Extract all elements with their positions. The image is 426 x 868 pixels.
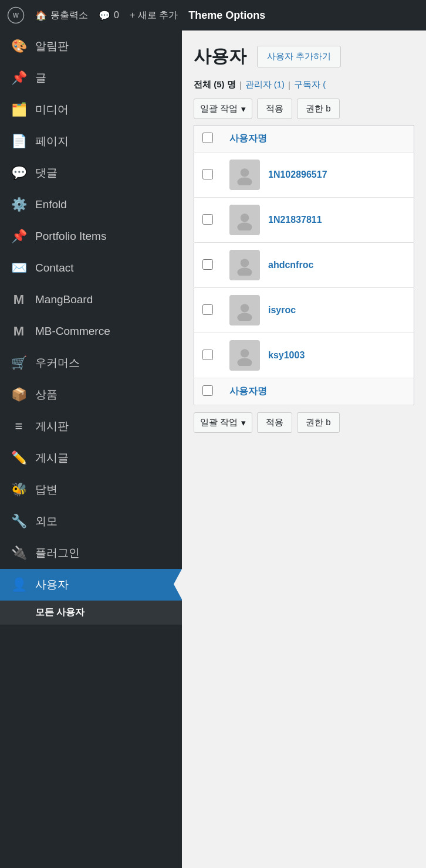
sidebar-item-appearance[interactable]: 🔧 외모 — [0, 506, 182, 537]
table-row: 1N21837811 — [194, 198, 414, 243]
select-all-footer-checkbox[interactable] — [202, 385, 213, 396]
add-user-button[interactable]: 사용자 추가하기 — [257, 46, 341, 67]
username-footer-link[interactable]: 사용자명 — [229, 386, 267, 396]
svg-point-10 — [241, 349, 249, 357]
home-icon: 🏠 — [35, 10, 47, 21]
bottom-bulk-action-select[interactable]: 일괄 작업 ▾ — [194, 412, 252, 433]
table-footer-row: 사용자명 — [194, 378, 414, 405]
role-button[interactable]: 권한 b — [297, 99, 340, 119]
enfold-icon: ⚙️ — [11, 197, 27, 212]
main-layout: 🎨 알림판 📌 글 🗂️ 미디어 📄 페이지 💬 댓글 ⚙️ Enfold 📌 … — [0, 30, 426, 868]
bottom-toolbar: 일괄 작업 ▾ 적용 권한 b — [194, 412, 414, 433]
username-link[interactable]: 1N21837811 — [268, 215, 322, 225]
sidebar-item-mangboard[interactable]: M MangBoard — [0, 284, 182, 316]
sidebar-item-label: 사용자 — [35, 577, 69, 592]
select-all-checkbox[interactable] — [202, 133, 213, 143]
comment-icon: 💬 — [99, 10, 110, 21]
sidebar-item-comments[interactable]: 💬 댓글 — [0, 157, 182, 189]
sidebar-item-label: 외모 — [35, 514, 58, 529]
filter-subscriber[interactable]: 구독자 ( — [294, 79, 326, 90]
user-checkbox[interactable] — [202, 169, 213, 179]
table-row: isyroc — [194, 288, 414, 333]
add-new-item[interactable]: + 새로 추가 — [130, 9, 178, 22]
portfolio-icon: 📌 — [11, 229, 27, 244]
sidebar-item-mbcommerce[interactable]: M MB-Commerce — [0, 316, 182, 347]
filter-admin[interactable]: 관리자 (1) — [245, 79, 285, 90]
sidebar-item-woocommerce[interactable]: 🛒 우커머스 — [0, 347, 182, 379]
sidebar-item-pages[interactable]: 📄 페이지 — [0, 126, 182, 157]
plugins-icon: 🔌 — [11, 545, 27, 561]
dashboard-icon: 🎨 — [11, 39, 27, 54]
bulk-action-select[interactable]: 일괄 작업 ▾ — [194, 99, 252, 119]
sidebar-item-media[interactable]: 🗂️ 미디어 — [0, 94, 182, 126]
username-link[interactable]: isyroc — [268, 305, 296, 316]
users-icon: 👤 — [11, 577, 27, 592]
avatar — [229, 295, 260, 326]
sidebar-item-label: 답변 — [35, 482, 58, 497]
user-checkbox[interactable] — [202, 304, 213, 315]
posts-icon: 📌 — [11, 70, 27, 86]
sidebar-item-label: 미디어 — [35, 102, 69, 117]
apply-button[interactable]: 적용 — [257, 99, 292, 119]
sidebar-item-label: 플러그인 — [35, 545, 80, 561]
sidebar-submenu-users: 모든 사용자 — [0, 601, 182, 625]
chevron-down-icon: ▾ — [241, 418, 246, 428]
username-link[interactable]: 1N102896517 — [268, 169, 327, 180]
bottom-role-button[interactable]: 권한 b — [297, 412, 340, 433]
table-header-row: 사용자명 — [194, 126, 414, 152]
sidebar-item-label: 상품 — [35, 387, 58, 402]
svg-point-5 — [237, 223, 252, 231]
appearance-icon: 🔧 — [11, 514, 27, 529]
avatar — [229, 160, 260, 190]
footer-username: 사용자명 — [221, 378, 414, 405]
user-cell: 1N21837811 — [221, 198, 414, 243]
products-icon: 📦 — [11, 387, 27, 402]
svg-point-8 — [241, 304, 249, 312]
comments-item[interactable]: 💬 0 — [99, 10, 119, 21]
sidebar-item-products[interactable]: 📦 상품 — [0, 379, 182, 411]
user-cell: 1N102896517 — [221, 152, 414, 198]
boardposts-icon: ✏️ — [11, 450, 27, 466]
row-checkbox-col — [194, 243, 222, 288]
user-checkbox[interactable] — [202, 350, 213, 360]
username-link[interactable]: ksy1003 — [268, 350, 305, 361]
sidebar-item-label: MangBoard — [35, 293, 93, 306]
site-name-item[interactable]: 🏠 몽출력소 — [35, 9, 88, 22]
sidebar-item-plugins[interactable]: 🔌 플러그인 — [0, 537, 182, 569]
sidebar-item-users[interactable]: 👤 사용자 — [0, 569, 182, 601]
add-new-label: + 새로 추가 — [130, 9, 178, 22]
bottom-apply-button[interactable]: 적용 — [257, 412, 292, 433]
user-checkbox[interactable] — [202, 259, 213, 270]
sidebar-item-label: 게시글 — [35, 450, 69, 466]
sidebar-item-dashboard[interactable]: 🎨 알림판 — [0, 30, 182, 62]
username-link[interactable]: ahdcnfroc — [268, 260, 313, 270]
theme-options-item[interactable]: Theme Options — [188, 9, 265, 22]
footer-checkbox-col — [194, 378, 222, 405]
sidebar-item-portfolio[interactable]: 📌 Portfolio Items — [0, 221, 182, 252]
row-checkbox-col — [194, 288, 222, 333]
sidebar-item-label: 알림판 — [35, 39, 69, 54]
comments-icon: 💬 — [11, 165, 27, 181]
row-checkbox-col — [194, 152, 222, 198]
user-checkbox[interactable] — [202, 214, 213, 225]
filter-all[interactable]: 전체 (5) 명 — [194, 79, 236, 90]
sidebar-item-enfold[interactable]: ⚙️ Enfold — [0, 189, 182, 221]
svg-point-4 — [241, 213, 249, 222]
username-header-link[interactable]: 사용자명 — [229, 133, 267, 143]
svg-point-2 — [241, 168, 249, 177]
sidebar-item-boardposts[interactable]: ✏️ 게시글 — [0, 442, 182, 474]
wp-logo-item[interactable]: W — [7, 6, 25, 24]
user-cell: isyroc — [221, 288, 414, 333]
woocommerce-icon: 🛒 — [11, 355, 27, 371]
sidebar-item-posts[interactable]: 📌 글 — [0, 62, 182, 94]
sidebar-item-label: Contact — [35, 262, 73, 274]
sidebar-submenu-all-users[interactable]: 모든 사용자 — [0, 601, 182, 625]
sidebar-item-label: 게시판 — [35, 419, 69, 434]
replies-icon: 🐝 — [11, 482, 27, 497]
row-checkbox-col — [194, 198, 222, 243]
sidebar-item-contact[interactable]: ✉️ Contact — [0, 252, 182, 284]
sidebar-item-replies[interactable]: 🐝 답변 — [0, 474, 182, 506]
sidebar-item-label: 우커머스 — [35, 355, 80, 371]
top-toolbar: 일괄 작업 ▾ 적용 권한 b — [194, 99, 414, 119]
sidebar-item-board[interactable]: ≡ 게시판 — [0, 411, 182, 442]
